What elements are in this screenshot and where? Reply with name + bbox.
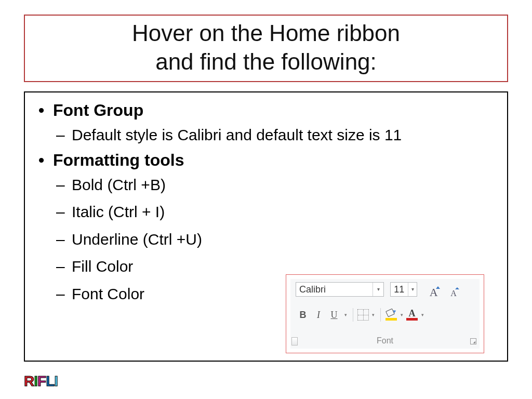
logo-letter: R [24, 373, 34, 389]
separator-icon [353, 308, 353, 322]
logo-letter: I [54, 373, 58, 389]
bullet-formatting-tools: Formatting tools [35, 151, 502, 170]
bullet-font-group-detail: Default style is Calibri and default tex… [51, 123, 502, 148]
logo-letter: I [34, 373, 37, 389]
fill-color-swatch [385, 318, 397, 321]
chevron-down-icon[interactable]: ▾ [419, 312, 425, 317]
dialog-launcher-icon[interactable] [470, 338, 476, 344]
logo-letter: F [37, 373, 46, 389]
shrink-font-button[interactable]: A [446, 285, 461, 300]
chevron-down-icon[interactable]: ▾ [373, 283, 383, 296]
bold-button[interactable]: B [296, 308, 310, 322]
underline-button[interactable]: U [327, 308, 341, 322]
title-line-2: and find the following: [25, 47, 507, 76]
borders-button[interactable] [357, 309, 369, 321]
ribbon-font-group: Calibri ▾ 11 ▾ A A B I U ▾ [286, 274, 484, 353]
font-name-value: Calibri [299, 284, 326, 295]
font-size-value: 11 [394, 284, 404, 295]
grow-shrink-group: A A [426, 282, 461, 300]
chevron-down-icon[interactable]: ▾ [408, 283, 417, 296]
ribbon-inner: Calibri ▾ 11 ▾ A A B I U ▾ [290, 279, 480, 349]
separator-icon [380, 308, 381, 322]
grow-font-button[interactable]: A [426, 285, 442, 300]
slide: Hover on the Home ribbon and find the fo… [0, 0, 532, 399]
bullet-font-group: Font Group [35, 101, 502, 120]
chevron-down-icon[interactable]: ▾ [342, 312, 349, 317]
ribbon-group-label: Font [290, 336, 480, 345]
font-color-glyph: A [409, 308, 416, 318]
bullet-italic: Italic (Ctrl + I) [51, 200, 502, 224]
bullet-bold: Bold (Ctrl +B) [51, 173, 502, 197]
chevron-down-icon[interactable]: ▾ [398, 312, 405, 317]
title-box: Hover on the Home ribbon and find the fo… [24, 15, 508, 82]
rifli-logo: RIFLI [24, 373, 58, 390]
ribbon-row-2: B I U ▾ ▾ ▾ A [296, 306, 476, 324]
font-size-dropdown[interactable]: 11 ▾ [390, 282, 417, 297]
italic-button[interactable]: I [311, 308, 326, 322]
font-color-swatch [406, 318, 418, 321]
fill-color-button[interactable] [385, 309, 397, 321]
content-box: Font Group Default style is Calibri and … [24, 91, 508, 362]
ribbon-row-1: Calibri ▾ 11 ▾ A A [296, 282, 476, 300]
title-line-1: Hover on the Home ribbon [25, 19, 507, 47]
font-color-button[interactable]: A [406, 309, 418, 321]
font-name-dropdown[interactable]: Calibri ▾ [296, 282, 384, 297]
logo-letter: L [46, 373, 54, 389]
bullet-underline: Underline (Ctrl +U) [51, 228, 502, 252]
chevron-down-icon[interactable]: ▾ [370, 312, 376, 317]
paint-bucket-icon [385, 309, 395, 317]
